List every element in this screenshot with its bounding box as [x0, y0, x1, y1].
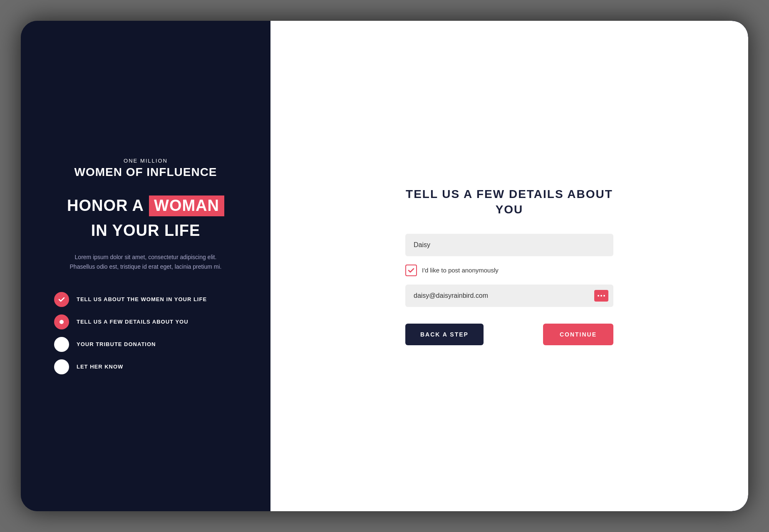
left-panel: ONE MILLION WOMEN OF INFLUENCE HONOR A W…: [21, 21, 270, 511]
step-3-icon: [54, 337, 69, 352]
back-button[interactable]: BACK A STEP: [405, 324, 484, 345]
dot-1: [598, 295, 599, 297]
email-options-button[interactable]: [594, 290, 608, 302]
one-million-label: ONE MILLION: [74, 158, 217, 164]
step-item-2: TELL US A FEW DETAILS ABOUT YOU: [54, 314, 237, 329]
form-title: TELL US A FEW DETAILS ABOUT YOU: [405, 187, 613, 217]
dot-3: [603, 295, 605, 297]
brand-name: WOMEN OF INFLUENCE: [74, 166, 217, 179]
anonymous-row: I'd like to post anonymously: [405, 265, 613, 276]
headline: HONOR A WOMAN IN YOUR LIFE: [54, 195, 237, 240]
step-item-3: YOUR TRIBUTE DONATION: [54, 337, 237, 352]
step-2-icon: [54, 314, 69, 329]
right-panel: TELL US A FEW DETAILS ABOUT YOU I'd like…: [270, 21, 748, 511]
step-2-label: TELL US A FEW DETAILS ABOUT YOU: [77, 319, 189, 325]
svg-point-0: [60, 320, 64, 324]
headline-start: HONOR A: [67, 196, 144, 215]
steps-list: TELL US ABOUT THE WOMEN IN YOUR LIFE TEL…: [54, 292, 237, 374]
logo-area: ONE MILLION WOMEN OF INFLUENCE: [74, 158, 217, 179]
step-1-label: TELL US ABOUT THE WOMEN IN YOUR LIFE: [77, 296, 207, 302]
anonymous-label: I'd like to post anonymously: [422, 267, 499, 274]
step-item-1: TELL US ABOUT THE WOMEN IN YOUR LIFE: [54, 292, 237, 307]
device-frame: ONE MILLION WOMEN OF INFLUENCE HONOR A W…: [21, 21, 748, 511]
step-4-icon: [54, 359, 69, 374]
email-input[interactable]: [405, 285, 613, 307]
step-4-label: LET HER KNOW: [77, 364, 123, 370]
email-field-wrapper: [405, 285, 613, 307]
description-text: Lorem ipsum dolor sit amet, consectetur …: [62, 252, 229, 271]
step-item-4: LET HER KNOW: [54, 359, 237, 374]
form-container: TELL US A FEW DETAILS ABOUT YOU I'd like…: [405, 187, 613, 345]
button-row: BACK A STEP CONTINUE: [405, 324, 613, 345]
anonymous-checkbox[interactable]: [405, 265, 417, 276]
dot-2: [600, 295, 602, 297]
honor-text: HONOR A WOMAN IN YOUR LIFE: [54, 195, 237, 240]
step-3-label: YOUR TRIBUTE DONATION: [77, 341, 156, 347]
woman-highlight: WOMAN: [149, 195, 224, 216]
continue-button[interactable]: CONTINUE: [543, 324, 613, 345]
name-input[interactable]: [405, 234, 613, 256]
headline-end: IN YOUR LIFE: [91, 221, 201, 240]
step-1-icon: [54, 292, 69, 307]
